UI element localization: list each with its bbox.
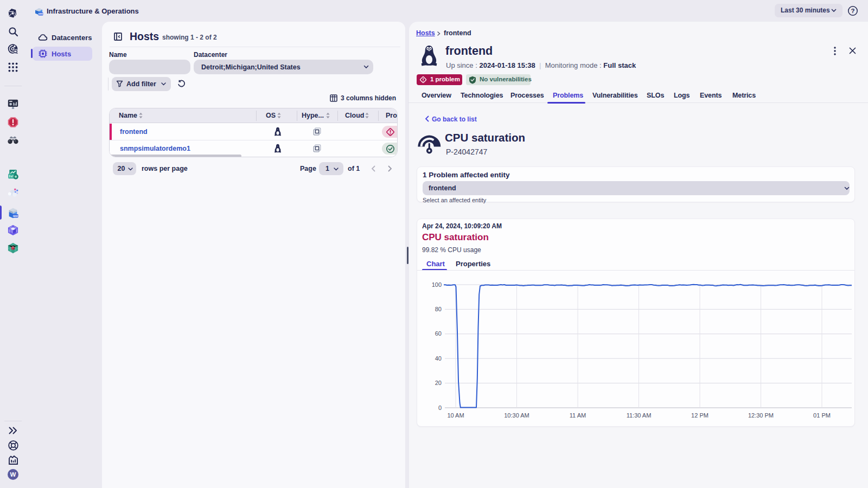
svg-text:60: 60: [435, 330, 442, 337]
svg-text:NEW: NEW: [39, 13, 43, 15]
svg-text:NEW: NEW: [13, 215, 18, 217]
svg-text:01 PM: 01 PM: [813, 412, 831, 419]
svg-text:?: ?: [851, 8, 854, 14]
svg-text:W: W: [10, 471, 16, 478]
svg-text:11:30 AM: 11:30 AM: [627, 412, 652, 419]
svg-text:12:30 PM: 12:30 PM: [748, 412, 774, 419]
svg-text:10 AM: 10 AM: [447, 412, 464, 419]
svg-text:0: 0: [438, 404, 442, 411]
svg-text:80: 80: [435, 306, 442, 312]
svg-text:20: 20: [435, 380, 442, 386]
svg-text:40: 40: [435, 355, 442, 362]
svg-text:11 AM: 11 AM: [570, 412, 586, 419]
svg-text:100: 100: [432, 281, 442, 288]
svg-text:12 PM: 12 PM: [691, 412, 709, 419]
svg-text:10:30 AM: 10:30 AM: [504, 412, 529, 419]
